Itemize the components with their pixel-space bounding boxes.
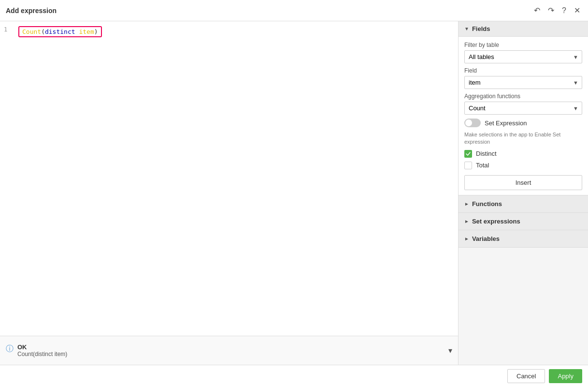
status-collapse-button[interactable]: ▾ [448,346,452,355]
set-expressions-section-header[interactable]: ► Set expressions [459,213,588,230]
apply-button[interactable]: Apply [549,369,582,383]
functions-section-label: Functions [472,200,502,208]
set-expression-toggle[interactable] [464,119,481,127]
fields-section-label: Fields [472,25,490,32]
set-expression-row: Set Expression [464,119,582,127]
variables-section-header[interactable]: ► Variables [459,230,588,248]
status-expression: Count(distinct item) [17,351,67,357]
total-checkbox[interactable] [464,162,472,169]
field-label: Field [464,67,582,74]
set-expressions-section-label: Set expressions [472,218,520,225]
field-select-wrapper: item ▼ [464,76,582,89]
dialog-title: Add expression [6,7,57,15]
insert-button[interactable]: Insert [464,175,582,190]
filter-table-label: Filter by table [464,42,582,48]
total-label: Total [476,162,489,169]
fields-section-header[interactable]: ▼ Fields [459,21,588,37]
distinct-row: Distinct [464,150,582,158]
distinct-checkbox[interactable] [464,150,472,158]
filter-table-select[interactable]: All tables [464,50,582,63]
token-count: Count [22,28,41,35]
right-panel: ▼ Fields Filter by table All tables ▼ Fi… [459,21,588,365]
filter-table-wrapper: All tables ▼ [464,50,582,63]
code-editor[interactable]: 1 Count(distinct item) [0,21,458,336]
undo-button[interactable]: ↶ [532,4,542,17]
token-paren-close: ) [94,28,98,35]
close-button[interactable]: ✕ [572,4,582,17]
distinct-label: Distinct [476,150,497,157]
token-distinct: distinct [45,28,75,35]
agg-select-wrapper: Count ▼ [464,102,582,115]
functions-chevron-icon: ► [464,201,469,207]
agg-label: Aggregation functions [464,93,582,100]
check-icon [466,152,471,156]
footer: Cancel Apply [0,365,588,387]
variables-chevron-icon: ► [464,236,469,241]
agg-select[interactable]: Count [464,102,582,115]
set-expression-label: Set Expression [485,119,527,127]
set-expression-help: Make selections in the app to Enable Set… [464,131,582,146]
set-expressions-chevron-icon: ► [464,219,469,224]
cancel-button[interactable]: Cancel [507,369,545,383]
total-row: Total [464,162,582,169]
field-select[interactable]: item [464,76,582,89]
variables-section-label: Variables [472,235,500,242]
help-button[interactable]: ? [560,4,568,17]
fields-section-content: Filter by table All tables ▼ Field item … [459,37,588,195]
status-ok: OK [17,343,67,351]
expression-token: Count(distinct item) [18,26,102,37]
info-icon: ⓘ [6,344,14,354]
token-paren-open: ( [41,28,45,35]
line-number: 1 [4,26,7,33]
functions-section-header[interactable]: ► Functions [459,195,588,213]
toggle-knob [465,119,472,126]
token-item: item [79,28,94,35]
fields-chevron-icon: ▼ [464,26,469,31]
redo-button[interactable]: ↷ [546,4,556,17]
